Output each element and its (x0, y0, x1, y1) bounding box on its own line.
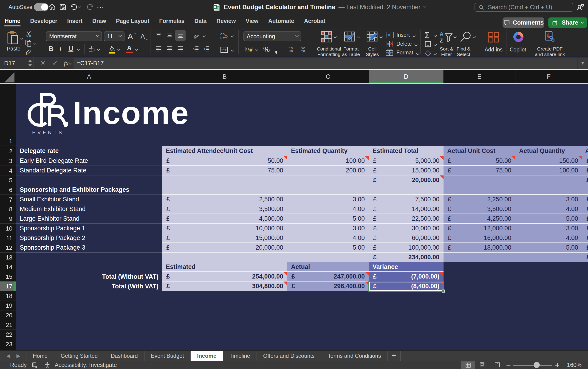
cell-C7[interactable]: 3.00 (287, 195, 369, 204)
copy-icon[interactable] (25, 39, 32, 47)
cell-F13[interactable] (516, 253, 582, 262)
sort-filter-chevron-icon[interactable] (454, 35, 457, 38)
cell-F2[interactable]: Actual Quantity (516, 146, 582, 156)
format-cells-chevron-icon[interactable] (416, 52, 419, 55)
undo-chevron-icon[interactable] (78, 5, 81, 8)
accounting-format-icon[interactable] (245, 46, 253, 52)
align-center-icon[interactable] (166, 45, 173, 52)
column-header-G[interactable] (582, 70, 588, 83)
select-all-corner[interactable] (0, 70, 16, 83)
cell-B13[interactable] (162, 253, 287, 262)
fill-color-icon[interactable] (108, 45, 116, 54)
delete-cells-label[interactable]: Delete (396, 41, 412, 47)
cell-G4[interactable]: £ (582, 166, 588, 175)
percent-style-icon[interactable]: % (263, 45, 270, 54)
orientation-icon[interactable]: ab (193, 32, 200, 39)
wrap-text-chevron-icon[interactable] (231, 34, 234, 37)
fx-chevron-icon[interactable] (68, 62, 72, 65)
cell-G13[interactable]: £ (582, 253, 588, 262)
merge-center-icon[interactable] (220, 46, 228, 54)
ribbon-tab-review[interactable]: Review (216, 14, 236, 28)
cell-B9[interactable]: £4,500.00 (162, 214, 287, 224)
format-as-table-chevron-icon[interactable] (357, 35, 360, 38)
row-header-1[interactable]: 1 (0, 84, 16, 146)
name-box[interactable]: D17 (0, 57, 34, 69)
sheet-tab-getting-started[interactable]: Getting Started (54, 351, 104, 361)
cell-C6[interactable] (287, 185, 369, 195)
cell-E8[interactable]: £3,500.00 (444, 204, 516, 214)
zoom-out-icon[interactable]: − (506, 361, 511, 369)
paste-icon[interactable] (7, 31, 19, 45)
cell-E4[interactable]: £75.00 (444, 166, 516, 175)
format-as-table-icon[interactable] (344, 31, 356, 42)
column-header-E[interactable]: E (444, 70, 516, 83)
search-input[interactable]: Search (Cmd + Ctrl + U) (475, 3, 573, 12)
cell-C10[interactable]: 3.00 (287, 224, 369, 233)
find-select-chevron-icon[interactable] (473, 35, 476, 38)
cell-F8[interactable]: 4.00 (516, 204, 582, 214)
cell-C11[interactable]: 4.00 (287, 233, 369, 243)
fx-icon[interactable]: fx (64, 60, 68, 67)
cell-styles-icon[interactable] (367, 31, 378, 42)
cell-D4[interactable]: £15,000.00 (369, 166, 444, 175)
row-header-7[interactable]: 7 (0, 195, 16, 204)
home-icon[interactable] (48, 3, 56, 11)
insert-cells-chevron-icon[interactable] (413, 34, 416, 37)
bold-icon[interactable]: B (49, 45, 54, 52)
zoom-slider-thumb[interactable] (534, 362, 540, 368)
zoom-level[interactable]: 160% (566, 361, 582, 369)
zoom-in-icon[interactable]: + (555, 361, 559, 369)
cell-C12[interactable]: 5.00 (287, 243, 369, 253)
sheet-tab-timeline[interactable]: Timeline (223, 351, 257, 361)
font-name-select[interactable]: Montserrat (46, 31, 102, 41)
merge-center-chevron-icon[interactable] (231, 49, 234, 52)
cell-E12[interactable]: £18,000.00 (444, 243, 516, 253)
cut-icon[interactable] (25, 31, 32, 37)
underline-chevron-icon[interactable] (77, 48, 80, 51)
selection-fill-handle[interactable] (442, 289, 445, 293)
cell-C13[interactable] (287, 253, 369, 262)
row-header-5[interactable]: 5 (0, 175, 16, 185)
sheet-nav-prev-icon[interactable]: ◀ (3, 351, 13, 361)
cell-B14[interactable]: Estimated (162, 262, 287, 272)
fill-icon[interactable] (424, 41, 431, 48)
document-title[interactable]: Event Budget Calculator and Timeline (224, 4, 335, 11)
cell-C15[interactable]: £247,000.00 (287, 272, 369, 282)
column-header-D[interactable]: D (369, 70, 444, 83)
sheet-tab-home[interactable]: Home (26, 351, 54, 361)
cell-B2[interactable]: Estimated Attendee/Unit Cost (162, 146, 287, 156)
cell-E3[interactable]: £50.00 (444, 156, 516, 166)
share-button[interactable]: Share (548, 18, 587, 28)
borders-chevron-icon[interactable] (97, 48, 100, 51)
cell-F5[interactable] (516, 175, 582, 185)
cell-D8[interactable]: £14,000.00 (369, 204, 444, 214)
find-select-icon[interactable] (460, 31, 472, 43)
formula-bar-expand-icon[interactable]: ▼ (578, 58, 588, 69)
row-header-13[interactable]: 13 (0, 253, 16, 262)
cell-styles-chevron-icon[interactable] (380, 35, 383, 38)
row-header-2[interactable]: 2 (0, 146, 16, 156)
copilot-label[interactable]: Copilot (510, 47, 526, 53)
cell-C14[interactable]: Actual (287, 262, 369, 272)
sort-filter-icon[interactable]: AZ (439, 31, 453, 44)
cell-C2[interactable]: Estimated Quantity (287, 146, 369, 156)
cell-B15[interactable]: £254,000.00 (162, 272, 287, 282)
paste-chevron-icon[interactable] (20, 37, 23, 40)
undo-icon[interactable] (70, 3, 78, 11)
cell-D15[interactable]: £(7,000.00) (369, 272, 444, 282)
sheet-tab-income[interactable]: Income (191, 351, 223, 361)
autosum-chevron-icon[interactable] (434, 34, 437, 37)
cell-C5[interactable] (287, 175, 369, 185)
row-header-9[interactable]: 9 (0, 214, 16, 224)
cell-D12[interactable]: £100,000.00 (369, 243, 444, 253)
cell-D7[interactable]: £7,500.00 (369, 195, 444, 204)
ribbon-tab-view[interactable]: View (246, 14, 258, 28)
ribbon-tab-draw[interactable]: Draw (92, 14, 106, 28)
grow-font-icon[interactable]: A⌃ (128, 32, 137, 41)
name-box-up-icon[interactable] (28, 60, 32, 62)
people-icon[interactable] (576, 3, 585, 12)
column-header-F[interactable]: F (516, 70, 582, 83)
delete-cells-icon[interactable] (386, 41, 394, 47)
row-header-12[interactable]: 12 (0, 243, 16, 253)
add-ins-icon[interactable] (488, 31, 499, 43)
